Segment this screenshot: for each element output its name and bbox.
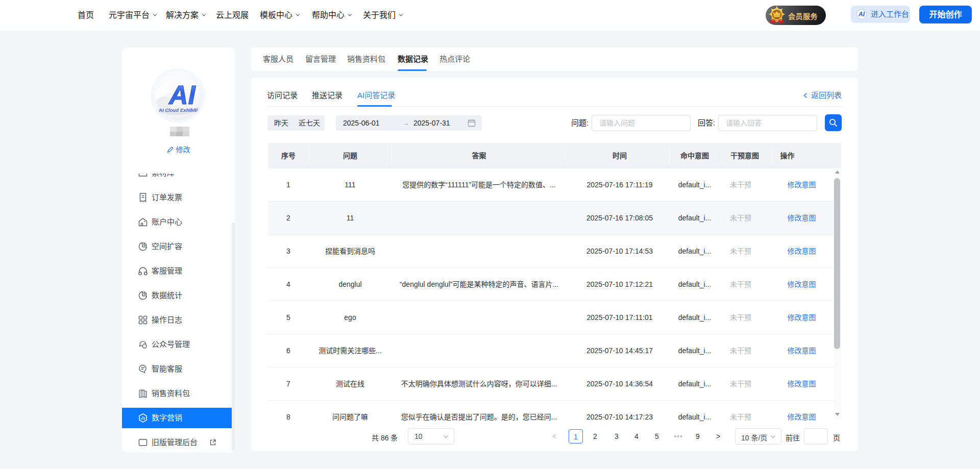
svg-text:AI Cloud Exhibitio: AI Cloud Exhibitio — [158, 107, 201, 113]
svg-text:VIP: VIP — [775, 20, 779, 22]
svg-text:AI: AI — [168, 80, 197, 110]
